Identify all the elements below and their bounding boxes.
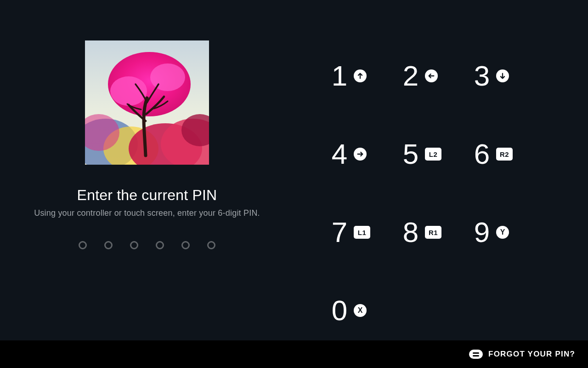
arrow-right-icon <box>354 148 367 161</box>
left-panel: Enter the current PIN Using your control… <box>0 0 294 340</box>
key-3[interactable]: 3 <box>473 37 544 115</box>
button-r1-icon: R1 <box>425 226 441 239</box>
arrow-down-icon <box>496 69 509 82</box>
key-2[interactable]: 2 <box>402 37 473 115</box>
button-x-icon: X <box>354 304 367 317</box>
pin-title: Enter the current PIN <box>77 187 217 204</box>
menu-icon <box>469 350 483 359</box>
pin-subtitle: Using your controller or touch screen, e… <box>34 208 260 218</box>
key-digit: 3 <box>473 62 491 90</box>
footer-bar: FORGOT YOUR PIN? <box>0 340 588 368</box>
key-digit: 2 <box>402 62 419 90</box>
key-digit: 7 <box>331 218 348 247</box>
key-digit: 0 <box>331 296 348 325</box>
svg-point-8 <box>110 76 147 106</box>
button-r2-icon: R2 <box>496 148 513 161</box>
key-5[interactable]: 5L2 <box>402 115 473 193</box>
key-digit: 4 <box>331 140 348 168</box>
key-digit: 9 <box>473 218 491 247</box>
pin-dot <box>181 241 190 249</box>
key-digit: 1 <box>331 62 348 90</box>
pin-dots <box>79 241 215 249</box>
pin-dot <box>130 241 138 249</box>
forgot-pin-button[interactable]: FORGOT YOUR PIN? <box>469 350 575 359</box>
key-8[interactable]: 8R1 <box>402 193 473 271</box>
button-l1-icon: L1 <box>354 226 370 239</box>
main-content: Enter the current PIN Using your control… <box>0 0 588 340</box>
user-avatar <box>85 40 209 165</box>
key-6[interactable]: 6R2 <box>473 115 544 193</box>
key-7[interactable]: 7L1 <box>331 193 402 271</box>
pin-dot <box>104 241 113 249</box>
keypad: 12345L26R27L18R19Y0X <box>331 37 588 350</box>
key-1[interactable]: 1 <box>331 37 402 115</box>
svg-point-9 <box>150 63 185 91</box>
pin-dot <box>207 241 215 249</box>
pin-dot <box>79 241 87 249</box>
key-0[interactable]: 0X <box>331 271 402 350</box>
arrow-up-icon <box>354 69 367 82</box>
arrow-left-icon <box>425 69 438 82</box>
button-l2-icon: L2 <box>425 148 441 161</box>
forgot-pin-label: FORGOT YOUR PIN? <box>488 350 575 359</box>
keypad-panel: 12345L26R27L18R19Y0X <box>294 0 588 340</box>
key-digit: 6 <box>473 140 491 168</box>
key-9[interactable]: 9Y <box>473 193 544 271</box>
pin-dot <box>156 241 164 249</box>
key-digit: 8 <box>402 218 419 247</box>
key-4[interactable]: 4 <box>331 115 402 193</box>
key-digit: 5 <box>402 140 419 168</box>
button-y-icon: Y <box>496 226 509 239</box>
